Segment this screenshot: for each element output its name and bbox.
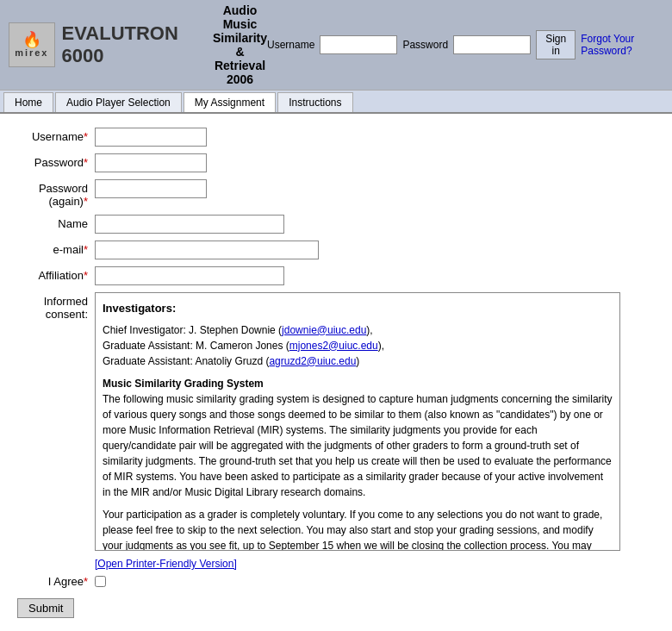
system-text: The following music similarity grading s… bbox=[103, 393, 613, 498]
consent-label: Informed consent: bbox=[17, 292, 95, 321]
password-again-input bbox=[95, 179, 207, 198]
agree-checkbox[interactable] bbox=[95, 576, 106, 587]
password-again-label: Password (again)* bbox=[17, 179, 95, 208]
main-content: Username* Password* Password (again)* Na… bbox=[0, 114, 672, 631]
agree-row: I Agree* bbox=[17, 575, 655, 588]
agree-label: I Agree* bbox=[17, 575, 95, 588]
submit-button[interactable]: Submit bbox=[17, 598, 74, 618]
name-field[interactable] bbox=[95, 215, 284, 234]
page-title: Audio Music Similarity & Retrieval 2006 bbox=[213, 3, 267, 86]
printer-friendly-link[interactable]: [Open Printer-Friendly Version] bbox=[95, 558, 237, 570]
voluntary-section: Your participation as a grader is comple… bbox=[103, 507, 613, 552]
auth-area: Username Password Sign in Forgot Your Pa… bbox=[267, 30, 663, 59]
system-section: Music Similarity Grading System The foll… bbox=[103, 376, 613, 500]
password-row: Password* bbox=[17, 153, 655, 172]
evalutron-title: EVALUTRON 6000 bbox=[62, 22, 213, 67]
username-field-label: Username* bbox=[17, 128, 95, 143]
mirex-wordmark: mirex bbox=[15, 47, 48, 58]
nav-tabs: Home Audio Player Selection My Assignmen… bbox=[0, 90, 672, 114]
name-field-label: Name bbox=[17, 215, 95, 230]
name-row: Name bbox=[17, 215, 655, 234]
password-field-input bbox=[95, 153, 207, 172]
affiliation-field[interactable] bbox=[95, 266, 284, 285]
tab-home[interactable]: Home bbox=[3, 92, 53, 112]
email-field-label: e-mail* bbox=[17, 241, 95, 256]
email-field[interactable] bbox=[95, 241, 319, 259]
signin-button[interactable]: Sign in bbox=[536, 30, 576, 59]
username-field-input bbox=[95, 128, 207, 147]
password-again-row: Password (again)* bbox=[17, 179, 655, 208]
password-field-label: Password* bbox=[17, 153, 95, 169]
username-field[interactable] bbox=[95, 128, 207, 147]
grad1-email-link[interactable]: mjones2@uiuc.edu bbox=[289, 340, 378, 352]
printer-friendly-link-area: [Open Printer-Friendly Version] bbox=[95, 558, 655, 570]
investigators-heading: Investigators: bbox=[103, 300, 613, 317]
consent-textbox[interactable]: Investigators: Chief Investigator: J. St… bbox=[95, 292, 620, 551]
submit-area: Submit bbox=[17, 598, 655, 618]
grad2-email-link[interactable]: agruzd2@uiuc.edu bbox=[269, 355, 356, 367]
logo-area: 🔥 mirex EVALUTRON 6000 bbox=[9, 22, 213, 67]
tab-my-assignment[interactable]: My Assignment bbox=[184, 92, 276, 112]
tab-audio-player-selection[interactable]: Audio Player Selection bbox=[55, 92, 182, 112]
password-again-field[interactable] bbox=[95, 179, 207, 198]
password-input[interactable] bbox=[453, 35, 531, 54]
password-field[interactable] bbox=[95, 153, 207, 172]
header: 🔥 mirex EVALUTRON 6000 Audio Music Simil… bbox=[0, 0, 672, 90]
chief-email-link[interactable]: jdownie@uiuc.edu bbox=[282, 324, 366, 336]
username-label: Username bbox=[267, 39, 314, 51]
name-field-input bbox=[95, 215, 284, 234]
affiliation-row: Affiliation* bbox=[17, 266, 655, 285]
chief-investigator-line: Chief Investigator: J. Stephen Downie (j… bbox=[103, 322, 613, 369]
affiliation-field-label: Affiliation* bbox=[17, 266, 95, 282]
system-title: Music Similarity Grading System bbox=[103, 378, 264, 390]
email-field-input bbox=[95, 241, 319, 259]
affiliation-field-input bbox=[95, 266, 284, 285]
consent-area: Informed consent: Investigators: Chief I… bbox=[17, 292, 655, 551]
flame-icon: 🔥 bbox=[22, 32, 41, 47]
email-row: e-mail* bbox=[17, 241, 655, 259]
username-input[interactable] bbox=[320, 35, 397, 54]
password-label: Password bbox=[402, 39, 448, 51]
tab-instructions[interactable]: Instructions bbox=[277, 92, 352, 112]
mirex-logo: 🔥 mirex bbox=[9, 22, 55, 67]
forgot-password-link[interactable]: Forgot Your Password? bbox=[581, 33, 663, 57]
username-row: Username* bbox=[17, 128, 655, 147]
